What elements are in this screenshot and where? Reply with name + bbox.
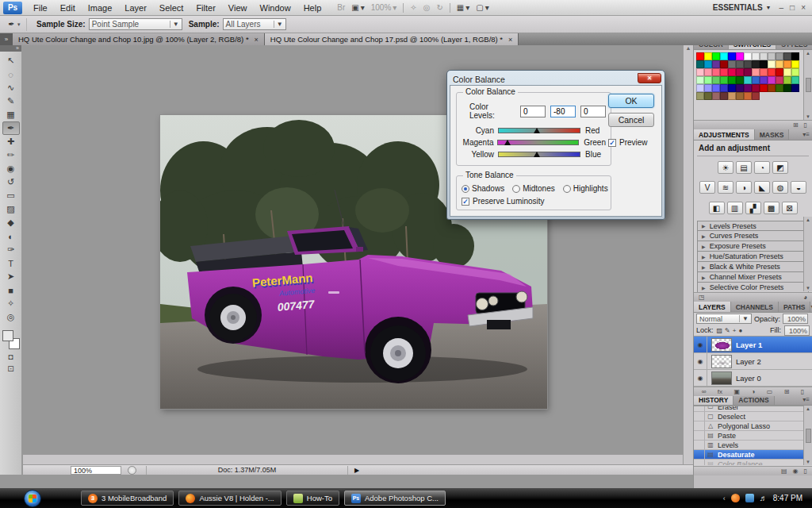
sample-size-dropdown[interactable]: Point Sample▼ (89, 18, 182, 30)
ok-button[interactable]: OK (608, 94, 654, 108)
exposure-icon[interactable]: ◩ (772, 161, 788, 174)
swatch[interactable] (728, 68, 736, 76)
swatch[interactable] (720, 92, 728, 100)
swatch[interactable] (791, 60, 799, 68)
swatch[interactable] (704, 52, 712, 60)
swatch[interactable] (720, 76, 728, 84)
workspace-switcher[interactable]: ESSENTIALS ▼ (713, 3, 779, 12)
history-scrollbar[interactable]: ▲▼ (803, 406, 812, 465)
lasso-tool[interactable]: ∿ (2, 81, 20, 94)
swatch[interactable] (712, 76, 720, 84)
color-level-input-yellow-blue[interactable] (580, 106, 606, 117)
layers-tab-paths[interactable]: PATHS (779, 302, 811, 312)
new-document-from-state-icon[interactable]: ▤ (781, 468, 787, 475)
color-slider-magenta[interactable] (497, 140, 579, 145)
volume-icon[interactable]: ♬ (760, 494, 768, 502)
elliptical-marquee-tool[interactable]: ◌ (2, 67, 20, 81)
preset-channel-mixer-presets[interactable]: ▶Channel Mixer Presets (697, 272, 809, 283)
swatch[interactable] (736, 84, 744, 92)
swatch[interactable] (752, 76, 760, 84)
close-button[interactable]: × (801, 3, 806, 12)
visibility-eye-icon[interactable]: ◉ (694, 353, 707, 369)
type-tool[interactable]: T (2, 256, 20, 270)
menu-layer[interactable]: Layer (118, 0, 153, 16)
history-state-desaturate[interactable]: ▤Desaturate (694, 450, 812, 460)
swatch[interactable] (704, 92, 712, 100)
radio-midtones[interactable]: Midtones (512, 184, 555, 193)
curves-icon[interactable]: ◔ (754, 161, 770, 174)
swatch[interactable] (704, 84, 712, 92)
clip-to-layer-icon[interactable]: ◕ (803, 294, 807, 301)
color-balance-dialog[interactable]: Color Balance ✕ Color Balance Color Leve… (446, 70, 665, 220)
screen-mode-icon[interactable]: ▢▾ (476, 3, 488, 12)
swatch[interactable] (752, 52, 760, 60)
history-state-color-balance[interactable]: ▤Color Balance (694, 460, 812, 465)
hue-saturation-icon[interactable]: ≋ (718, 181, 733, 194)
minimize-button[interactable]: – (779, 3, 784, 12)
screen-mode-button[interactable]: ⊡ (2, 364, 20, 373)
taskbar-button-3-mobilebroadband[interactable]: 33 MobileBroadband (81, 491, 174, 506)
swatch[interactable] (791, 84, 799, 92)
adjustments-tab-masks[interactable]: MASKS (755, 129, 790, 140)
swatch[interactable] (744, 76, 752, 84)
blur-tool[interactable]: ◆ (2, 216, 20, 229)
tool-preset-picker[interactable]: ✒ ▼ (3, 18, 27, 31)
history-state-paste[interactable]: ▤Paste (694, 431, 812, 441)
swatch[interactable] (768, 68, 776, 76)
start-button[interactable] (24, 490, 41, 507)
threshold-icon[interactable]: ▞ (745, 202, 761, 214)
network-icon[interactable] (745, 494, 754, 502)
swatch[interactable] (736, 92, 744, 100)
blend-mode-dropdown[interactable]: Normal▼ (696, 314, 752, 324)
history-state-deselect[interactable]: ▢Deselect (694, 412, 812, 421)
color-slider-yellow[interactable] (498, 152, 580, 157)
swatch[interactable] (776, 52, 783, 60)
swatch[interactable] (736, 76, 744, 84)
zoom-percentage-field[interactable]: 100% (71, 466, 121, 475)
toolbox-collapse-grip[interactable]: » (0, 45, 21, 52)
preset-exposure-presets[interactable]: ▶Exposure Presets (697, 241, 809, 252)
swatch[interactable] (744, 52, 752, 60)
tab-overflow-chevron[interactable]: » (0, 33, 13, 45)
crop-tool[interactable]: ▦ (2, 108, 20, 121)
layer-row-layer-0[interactable]: ◉Layer 0 (694, 370, 812, 387)
swatch[interactable] (744, 84, 752, 92)
visibility-eye-icon[interactable]: ◉ (694, 370, 707, 386)
swatch[interactable] (760, 84, 768, 92)
swatch[interactable] (720, 84, 728, 92)
swatch[interactable] (728, 76, 736, 84)
swatch[interactable] (712, 84, 720, 92)
swatch[interactable] (712, 52, 720, 60)
swatch[interactable] (776, 68, 783, 76)
swatch[interactable] (696, 92, 704, 100)
tray-app-icon[interactable] (731, 494, 740, 502)
menu-filter[interactable]: Filter (190, 0, 221, 16)
swatch[interactable] (783, 68, 791, 76)
brush-tool[interactable]: ✏ (2, 148, 20, 162)
swatch[interactable] (760, 68, 768, 76)
gradient-tool[interactable]: ▨ (2, 202, 20, 216)
swatch[interactable] (720, 52, 728, 60)
lock-position-icon[interactable]: + (733, 327, 737, 334)
swatch[interactable] (783, 84, 791, 92)
swatch[interactable] (768, 76, 776, 84)
history-state-eraser[interactable]: ▭Eraser (694, 406, 812, 412)
taskbar-button-how-to[interactable]: How-To (286, 491, 339, 506)
swatch[interactable] (728, 92, 736, 100)
foreground-color-chip[interactable] (2, 330, 13, 341)
menu-help[interactable]: Help (297, 0, 328, 16)
expanded-view-icon[interactable]: ◳ (699, 294, 705, 301)
swatch[interactable] (696, 76, 704, 84)
swatch[interactable] (791, 76, 799, 84)
swatch[interactable] (783, 52, 791, 60)
tab-close-icon[interactable]: × (508, 36, 512, 44)
swatch[interactable] (712, 68, 720, 76)
layer-group-icon[interactable]: ▭ (767, 388, 773, 395)
new-swatch-icon[interactable]: ⊞ (793, 121, 799, 129)
zoom-tool[interactable]: ◎ (2, 310, 20, 324)
photo-filter-icon[interactable]: ◍ (772, 181, 788, 194)
swatch[interactable] (783, 76, 791, 84)
menu-edit[interactable]: Edit (54, 0, 82, 16)
swatch[interactable] (696, 52, 704, 60)
swatch[interactable] (768, 60, 776, 68)
